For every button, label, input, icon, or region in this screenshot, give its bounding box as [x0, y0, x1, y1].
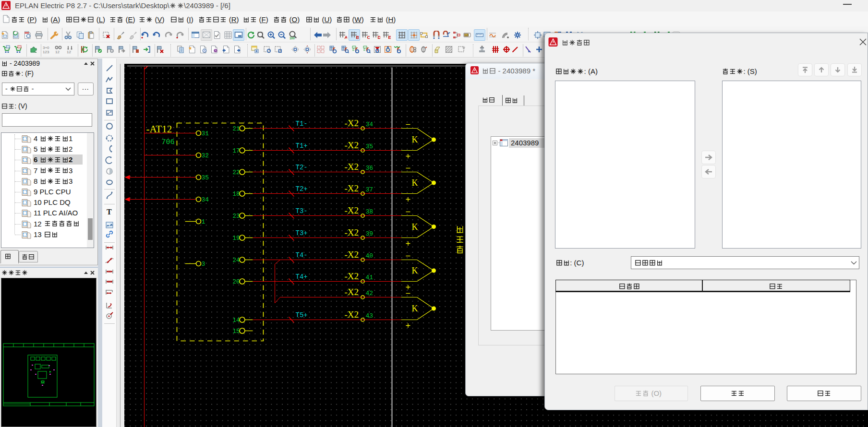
- svg-text:123: 123: [465, 34, 469, 36]
- svg-text:706: 706: [162, 138, 175, 146]
- svg-text:35: 35: [366, 143, 374, 150]
- svg-text:T1-: T1-: [296, 120, 308, 128]
- svg-text:T3-: T3-: [296, 207, 308, 215]
- svg-text:B: B: [356, 35, 359, 39]
- svg-text:100: 100: [289, 36, 295, 40]
- svg-text:-X2: -X2: [345, 205, 359, 215]
- svg-text:12: 12: [55, 50, 60, 54]
- svg-text:21: 21: [232, 126, 240, 132]
- svg-text:12: 12: [67, 50, 71, 54]
- svg-text:34: 34: [366, 121, 374, 128]
- svg-text:32: 32: [202, 152, 209, 159]
- svg-text:40: 40: [366, 252, 374, 260]
- svg-text:17: 17: [232, 148, 240, 154]
- svg-text:C: C: [367, 35, 370, 39]
- svg-text:35: 35: [202, 174, 209, 181]
- svg-text:T1+: T1+: [296, 142, 308, 150]
- svg-text:-X2: -X2: [345, 271, 359, 281]
- svg-text:K: K: [412, 304, 418, 313]
- svg-text:K: K: [412, 135, 418, 144]
- svg-text:36: 36: [366, 165, 374, 172]
- svg-text:19: 19: [232, 235, 240, 242]
- svg-text:K: K: [412, 266, 418, 275]
- svg-text:T5+: T5+: [296, 311, 308, 319]
- svg-text:15: 15: [232, 328, 240, 335]
- svg-text:3: 3: [202, 261, 205, 268]
- svg-text:34: 34: [202, 196, 209, 203]
- svg-text:31: 31: [202, 130, 209, 137]
- svg-text:20: 20: [232, 279, 240, 285]
- svg-text:42: 42: [366, 290, 374, 297]
- svg-text:37: 37: [366, 186, 374, 193]
- svg-text:T3+: T3+: [296, 229, 308, 237]
- svg-text:-X2: -X2: [345, 287, 359, 297]
- svg-text:-X2: -X2: [345, 227, 359, 237]
- svg-text:-X2: -X2: [345, 249, 359, 260]
- svg-text:41: 41: [366, 274, 374, 281]
- svg-text:T: T: [107, 208, 112, 216]
- svg-text:-X2: -X2: [345, 309, 359, 320]
- svg-text:24: 24: [232, 257, 240, 264]
- svg-text:K: K: [412, 178, 418, 188]
- svg-text:22: 22: [232, 169, 240, 176]
- svg-text:-X2: -X2: [345, 118, 359, 128]
- svg-text:-X2: -X2: [345, 183, 359, 193]
- svg-text:E: E: [388, 35, 391, 39]
- svg-text:D: D: [378, 35, 380, 39]
- svg-text:-X2: -X2: [345, 140, 359, 150]
- svg-text:-AT12: -AT12: [146, 123, 172, 135]
- svg-text:T2-: T2-: [296, 164, 308, 171]
- svg-text:18: 18: [232, 191, 240, 198]
- svg-text:A: A: [345, 35, 347, 39]
- svg-text:T4-: T4-: [296, 251, 308, 259]
- svg-text:K: K: [412, 222, 418, 232]
- svg-text:14: 14: [232, 317, 240, 324]
- svg-text:38: 38: [366, 208, 374, 215]
- svg-text:T2+: T2+: [296, 185, 308, 193]
- svg-text:23: 23: [232, 213, 240, 220]
- svg-text:-X2: -X2: [345, 162, 359, 172]
- svg-text:1: 1: [202, 218, 205, 225]
- svg-text:123: 123: [43, 50, 49, 54]
- svg-text:39: 39: [366, 230, 374, 237]
- svg-text:T4+: T4+: [296, 273, 308, 281]
- svg-text:43: 43: [366, 312, 374, 320]
